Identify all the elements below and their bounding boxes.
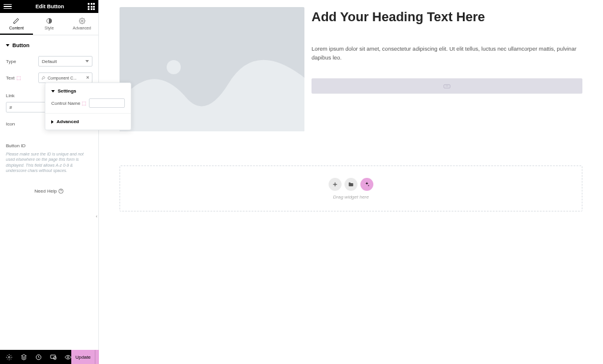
svg-rect-8 xyxy=(444,85,450,88)
control-name-input[interactable] xyxy=(89,98,125,108)
popover-settings-section[interactable]: Settings xyxy=(51,88,125,94)
add-section-button[interactable] xyxy=(329,178,342,191)
responsive-icon[interactable] xyxy=(50,354,57,360)
button-widget[interactable] xyxy=(312,78,582,94)
help-icon xyxy=(58,188,64,194)
heading-widget[interactable]: Add Your Heading Text Here xyxy=(312,9,582,25)
plus-icon xyxy=(332,181,338,187)
sidebar-header: Edit Button xyxy=(0,0,98,13)
field-button-id: Button ID Please make sure the ID is uni… xyxy=(6,139,92,174)
preview-icon[interactable] xyxy=(65,354,71,360)
dynamic-icon[interactable]: ⬚ xyxy=(82,101,87,106)
editor-canvas[interactable]: Add Your Heading Text Here Lorem ipsum d… xyxy=(99,0,603,364)
hamburger-icon[interactable] xyxy=(4,4,12,9)
text-component-value[interactable]: Component C... ✕ xyxy=(38,72,92,83)
pencil-icon xyxy=(13,18,19,24)
tab-advanced[interactable]: Advanced xyxy=(65,13,98,35)
svg-point-1 xyxy=(81,20,83,22)
navigator-icon[interactable] xyxy=(21,354,27,360)
dynamic-icon[interactable]: ⬚ xyxy=(16,75,21,81)
wrench-icon xyxy=(41,75,46,80)
need-help-link[interactable]: Need Help xyxy=(6,188,92,194)
tab-content[interactable]: Content xyxy=(0,13,33,35)
image-placeholder[interactable] xyxy=(120,7,304,131)
gear-icon xyxy=(79,18,85,24)
ai-button[interactable] xyxy=(360,178,373,191)
field-control-name: Control Name⬚ xyxy=(51,98,125,108)
collapse-sidebar-button[interactable]: ‹ xyxy=(94,212,98,220)
chevron-down-icon xyxy=(6,44,9,47)
sparkle-icon xyxy=(364,181,370,187)
mountain-icon xyxy=(120,7,304,131)
panel-title: Edit Button xyxy=(35,4,64,9)
close-icon[interactable]: ✕ xyxy=(86,75,90,80)
svg-point-4 xyxy=(8,356,10,358)
add-template-button[interactable] xyxy=(344,178,357,191)
section-button[interactable]: Button xyxy=(6,35,92,53)
editor-tabs: Content Style Advanced xyxy=(0,13,98,35)
chevron-down-icon xyxy=(51,90,55,92)
field-type: Type Default xyxy=(6,53,92,70)
popover-advanced-section[interactable]: Advanced xyxy=(51,119,125,124)
type-select[interactable]: Default xyxy=(38,56,92,67)
content-column: Add Your Heading Text Here Lorem ipsum d… xyxy=(312,7,582,131)
chevron-right-icon xyxy=(51,120,54,124)
apps-icon[interactable] xyxy=(88,3,95,10)
svg-point-7 xyxy=(67,356,69,358)
dynamic-tags-popover: Settings Control Name⬚ Advanced xyxy=(45,82,131,130)
sun-shape xyxy=(167,60,181,74)
button-id-hint: Please make sure the ID is unique and no… xyxy=(6,151,92,174)
button-placeholder-icon xyxy=(443,82,451,90)
editor-sidebar: Edit Button Content Style Advanced Butto… xyxy=(0,0,99,364)
drop-zone-label: Drag widget here xyxy=(333,194,369,200)
chevron-down-icon xyxy=(85,60,89,62)
add-section-zone[interactable]: Drag widget here xyxy=(120,166,582,211)
contrast-icon xyxy=(46,18,52,24)
settings-icon[interactable] xyxy=(6,354,12,360)
canvas-section: Add Your Heading Text Here Lorem ipsum d… xyxy=(120,7,582,131)
folder-icon xyxy=(348,181,354,187)
update-button[interactable]: Update xyxy=(71,350,95,364)
text-widget[interactable]: Lorem ipsum dolor sit amet, consectetur … xyxy=(312,45,582,62)
tab-style[interactable]: Style xyxy=(33,13,66,35)
history-icon[interactable] xyxy=(35,354,42,360)
sidebar-footer: Update xyxy=(0,350,98,364)
